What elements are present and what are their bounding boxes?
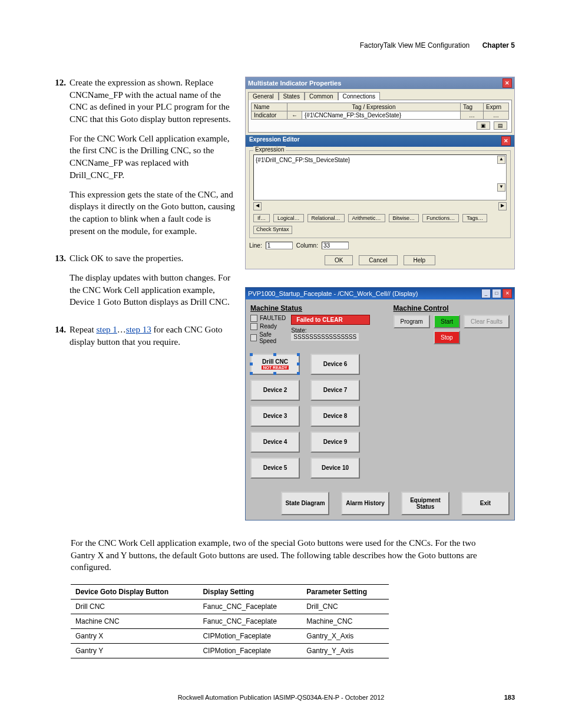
- table-header-cell: Display Setting: [198, 584, 302, 599]
- row-tag-btn[interactable]: …: [461, 111, 484, 119]
- tab-states[interactable]: States: [279, 92, 305, 100]
- table-row: Gantry YCIPMotion_FaceplateGantry_Y_Axis: [71, 643, 389, 658]
- state-diagram-button[interactable]: State Diagram: [281, 492, 329, 515]
- bitwise-button[interactable]: Bitwise…: [389, 214, 419, 222]
- program-button[interactable]: Program: [394, 315, 430, 328]
- editor-button-row: If…Logical…Relational…Arithmetic…Bitwise…: [253, 214, 507, 222]
- step-paragraph: For the CNC Work Cell application exampl…: [70, 133, 236, 182]
- table-cell: Gantry_Y_Axis: [302, 643, 389, 658]
- close-icon[interactable]: ✕: [503, 289, 512, 298]
- device-button[interactable]: Drill CNCNOT READY: [250, 354, 300, 375]
- selection-handle[interactable]: [297, 372, 300, 375]
- led-icon: [250, 334, 257, 341]
- step-number: 13.: [47, 252, 70, 315]
- close-icon[interactable]: ✕: [501, 136, 511, 146]
- tab-general[interactable]: General: [248, 92, 279, 100]
- device-button[interactable]: Device 4: [250, 431, 300, 453]
- col-name: Name: [252, 103, 287, 111]
- grid-row[interactable]: Indicator ← {#1\CNCName_FP:Sts_DeviceSta…: [251, 111, 509, 120]
- link-step1[interactable]: step 1: [96, 325, 117, 334]
- device-button[interactable]: Device 5: [250, 457, 300, 479]
- expression-textbox[interactable]: {#1\Drill_CNC_FP:Sts_DeviceState} ▲ ▼: [253, 154, 507, 200]
- status-led-row: Safe Speed: [250, 331, 287, 344]
- scroll-right-icon[interactable]: ▶: [498, 202, 507, 210]
- link-step13[interactable]: step 13: [126, 325, 151, 334]
- table-row: Drill CNCFanuc_CNC_FaceplateDrill_CNC: [71, 599, 389, 614]
- cancel-button[interactable]: Cancel: [359, 255, 397, 265]
- col-tag: Tag: [461, 103, 484, 111]
- step-text: Repeat step 1…step 13 for each CNC Goto …: [70, 324, 236, 355]
- alarm-history-button[interactable]: Alarm History: [341, 492, 389, 515]
- faceplate-body: Machine Status FAULTEDReadySafe Speed Fa…: [246, 299, 514, 520]
- help-button[interactable]: Help: [404, 255, 436, 265]
- table-cell: Drill_CNC: [302, 599, 389, 614]
- step-paragraph: The display updates with button changes.…: [70, 272, 236, 308]
- status-led-row: FAULTED: [250, 315, 287, 322]
- arithmetic-button[interactable]: Arithmetic…: [348, 214, 385, 222]
- device-button[interactable]: Device 9: [310, 431, 360, 453]
- dialog-titlebar[interactable]: Multistate Indicator Properties ✕: [246, 77, 514, 89]
- clear-faults-button[interactable]: Clear Faults: [464, 315, 510, 328]
- functions-button[interactable]: Functions…: [422, 214, 459, 222]
- header-section: FactoryTalk View ME Configuration: [360, 41, 470, 50]
- exit-button[interactable]: Exit: [461, 492, 510, 515]
- display-titlebar[interactable]: PVP1000_Startup_Faceplate - /CNC_Work_Ce…: [246, 288, 514, 299]
- close-icon[interactable]: ✕: [503, 78, 512, 88]
- column-value: [322, 242, 349, 249]
- step-paragraph: This expression gets the state of the CN…: [70, 189, 236, 238]
- line-value: [266, 242, 293, 249]
- if-button[interactable]: If…: [253, 214, 270, 222]
- selection-handle[interactable]: [297, 353, 300, 356]
- tags-button[interactable]: Tags…: [462, 214, 487, 222]
- footer-publication: Rockwell Automation Publication IASIMP-Q…: [178, 694, 345, 701]
- check-syntax-button[interactable]: Check Syntax: [253, 226, 292, 234]
- tool-icon-1[interactable]: ▣: [477, 121, 490, 130]
- selection-handle[interactable]: [250, 363, 253, 365]
- goto-config-table: Device Goto Display ButtonDisplay Settin…: [71, 584, 389, 658]
- scroll-down-icon[interactable]: ▼: [497, 183, 505, 192]
- selection-handle[interactable]: [273, 372, 276, 375]
- tab-common[interactable]: Common: [305, 92, 338, 100]
- table-cell: Fanuc_CNC_Faceplate: [198, 614, 302, 628]
- logical-button[interactable]: Logical…: [273, 214, 304, 222]
- device-button[interactable]: Device 8: [310, 406, 360, 427]
- start-button[interactable]: Start: [434, 315, 460, 328]
- row-arrow[interactable]: ←: [287, 111, 302, 119]
- scroll-left-icon[interactable]: ◀: [253, 202, 262, 210]
- status-leds: FAULTEDReadySafe Speed: [250, 315, 287, 345]
- expression-group: Expression {#1\Drill_CNC_FP:Sts_DeviceSt…: [249, 150, 511, 238]
- selection-handle[interactable]: [250, 353, 253, 356]
- device-button[interactable]: Device 3: [250, 406, 300, 427]
- minimize-icon[interactable]: _: [481, 289, 491, 298]
- table-row: Gantry XCIPMotion_FaceplateGantry_X_Axis: [71, 628, 389, 643]
- device-button[interactable]: Device 2: [250, 380, 300, 401]
- header-chapter: Chapter 5: [482, 41, 515, 50]
- device-button[interactable]: Device 7: [310, 380, 360, 401]
- scroll-up-icon[interactable]: ▲: [497, 156, 505, 164]
- maximize-icon[interactable]: □: [492, 289, 501, 298]
- equipment-status-button[interactable]: Equipment Status: [401, 492, 449, 515]
- selection-handle[interactable]: [297, 363, 300, 365]
- ok-button[interactable]: OK: [325, 255, 353, 265]
- table-row: Machine CNCFanuc_CNC_FaceplateMachine_CN…: [71, 614, 389, 628]
- tab-connections[interactable]: Connections: [338, 92, 381, 100]
- dialog-buttons: OKCancelHelp: [246, 252, 514, 269]
- table-cell: CIPMotion_Faceplate: [198, 628, 302, 643]
- device-button[interactable]: Device 10: [310, 457, 360, 479]
- tool-icon-2[interactable]: ▤: [494, 121, 507, 130]
- table-cell: Fanuc_CNC_Faceplate: [198, 599, 302, 614]
- footer-date: October 2012: [345, 694, 385, 701]
- device-button[interactable]: Device 6: [310, 354, 360, 375]
- row-exprn-btn[interactable]: …: [484, 111, 508, 119]
- row-expr[interactable]: {#1\CNCName_FP:Sts_DeviceState}: [302, 111, 461, 119]
- led-icon: [250, 315, 257, 322]
- failed-badge: Failed to CLEAR: [291, 315, 369, 325]
- relational-button[interactable]: Relational…: [308, 214, 345, 222]
- step-paragraph: Click OK to save the properties.: [70, 252, 236, 265]
- table-cell: Gantry Y: [71, 643, 198, 658]
- table-cell: CIPMotion_Faceplate: [198, 643, 302, 658]
- selection-handle[interactable]: [250, 372, 253, 375]
- stop-button[interactable]: Stop: [434, 331, 460, 344]
- selection-handle[interactable]: [273, 353, 276, 356]
- cursor-position: Line: Column:: [249, 242, 511, 249]
